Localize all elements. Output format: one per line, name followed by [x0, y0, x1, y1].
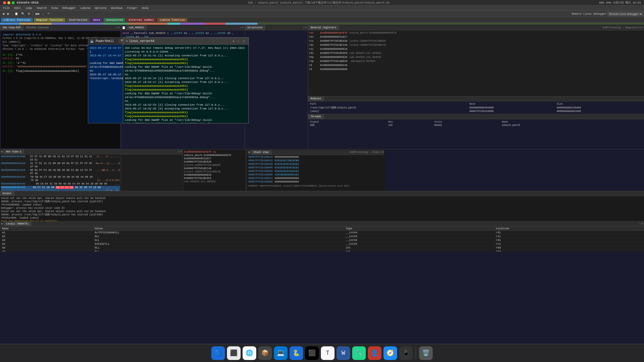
close-panel-struct[interactable]: × [305, 26, 307, 29]
dock-chrome[interactable]: 🌐 [243, 346, 256, 360]
close-panel-hex[interactable]: × [180, 150, 182, 153]
menu-file[interactable]: File [1, 6, 12, 11]
tab-ipython[interactable]: IPython Console [23, 25, 51, 30]
float-btn-reg[interactable]: □ [639, 26, 641, 29]
step-button[interactable]: ↓ [41, 12, 45, 16]
float-button[interactable]: □ [116, 26, 118, 29]
stack-addr-1: 00007FFC56180020 [248, 159, 273, 163]
menu-options[interactable]: Options [93, 6, 109, 11]
thread-row-1: 300 12C Ready ezbyte_patch [309, 124, 643, 127]
locals-tabs: ■ Locals (RERATS) □ × [0, 221, 644, 227]
local-val-a2: 0LL [93, 235, 344, 238]
tab-sub404d25[interactable]: sub_404025 [126, 25, 147, 30]
dock-app3[interactable]: 📱 [399, 346, 413, 360]
reg-row-rax: rax 0x0000000000404070 ezbyte_patch.0x00… [309, 31, 643, 35]
reg-row-rbx: rbx 0x000000000053101? [309, 35, 643, 39]
tab-hex-view[interactable]: Hex View-1 [4, 149, 24, 154]
reg-row-rsi: rsi 0x0000000000000018 [309, 48, 643, 51]
linux-body[interactable]: IDA Linux 64-bit remote debug server(ST)… [123, 45, 248, 123]
float-btn-hex[interactable]: □ [178, 150, 180, 153]
func-tab-unexplored[interactable]: Unexplored [104, 18, 125, 22]
modules-content: Path Base Size /root/tmp/ctf/国際/ezbyte_p… [308, 101, 644, 114]
func-tab-external[interactable]: External symbol [126, 18, 156, 22]
ls-close-2: 2023-05-27 18:52:53 [2] Closing connecti… [125, 103, 247, 107]
dock-vscode[interactable]: 💻 [274, 346, 288, 360]
rhv-4: 0x00007FFC561BC020 [184, 160, 245, 164]
close-panel-mid[interactable]: × [242, 26, 244, 29]
locals-icon: ■ [0, 222, 4, 225]
func-tab-instruction[interactable]: Instruction [66, 18, 90, 22]
dock-safari[interactable]: 🧭 [383, 346, 397, 360]
close-button[interactable] [3, 1, 6, 4]
forward-button[interactable]: ▶ [6, 12, 11, 16]
linux-minimize[interactable]: ─ [237, 39, 241, 43]
middle-panel-tabs: 📄 sub_404025 □ × [121, 25, 245, 30]
debugger-selector[interactable]: Remote Linux debugger Remote Linux debug… [572, 12, 643, 16]
float-btn-mid[interactable]: □ [240, 26, 242, 29]
close-panel-locals[interactable]: × [641, 222, 643, 225]
toolbar-btn-3[interactable]: ⚙ [27, 12, 32, 16]
tab-structures[interactable]: Structures [245, 25, 265, 30]
dock-word[interactable]: W [337, 346, 350, 360]
seg-2 [19, 23, 52, 25]
dock-python[interactable]: 🐍 [290, 346, 303, 360]
dock-app1[interactable]: 📦 [258, 346, 272, 360]
float-btn-struct[interactable]: □ [303, 26, 305, 29]
tab-output[interactable]: Output [0, 191, 14, 196]
seg-4 [103, 23, 129, 25]
local-type-a1: __int64 [344, 231, 494, 235]
hex-content[interactable]: 0000000000404A00 FF FF 41 0F BD C9 41 81… [0, 154, 121, 191]
maximize-button[interactable] [12, 1, 15, 4]
tab-ida-view[interactable]: IDA View-RIP [0, 25, 23, 30]
tab-stack-view[interactable]: Stack view [251, 150, 271, 155]
func-tab-library[interactable]: Library function [1, 18, 33, 22]
back-button[interactable]: ◀ [1, 12, 6, 16]
close-panel-button[interactable]: × [118, 26, 120, 29]
threads-table: Signal Hex State Name 300 12C Ready ezby… [309, 120, 643, 127]
menu-search[interactable]: Search [35, 6, 49, 11]
func-tab-data[interactable]: Data [91, 18, 102, 22]
dock-pycharm[interactable]: 🔧 [352, 346, 366, 360]
dock-app2[interactable]: 👤 [368, 346, 381, 360]
tab-locals[interactable]: Locals (RERATS) [4, 221, 32, 227]
close-panel-reg[interactable]: × [641, 26, 643, 29]
dock-terminal[interactable]: ⬛ [305, 346, 319, 360]
menu-edit[interactable]: Edit [12, 6, 23, 11]
debugger-dropdown[interactable]: Remote Linux debugger [608, 12, 643, 16]
menu-view[interactable]: View [49, 6, 60, 11]
minimize-button[interactable] [7, 1, 10, 4]
reg-bottom-panel: 0x0000000000404070 ta ezbyte_patch.0x000… [183, 149, 246, 191]
stepover-button[interactable]: ↷ [46, 12, 51, 16]
func-tab-lumina[interactable]: Lumina function [157, 18, 187, 22]
run-button[interactable]: ▶▶ [34, 12, 41, 16]
dock-trash[interactable]: 🗑️ [419, 346, 433, 360]
module-path-2: [vdso] [309, 110, 469, 113]
left-panel-tabs: IDA View-RIP IPython Console □ × [0, 25, 121, 30]
tab-general-regs[interactable]: General registers [308, 25, 339, 30]
dock-finder[interactable]: 🔵 [211, 346, 225, 360]
func-tab-regular[interactable]: Regular function [34, 18, 66, 22]
out-line-7: 7FC5614000: loaded [vdso] [1, 216, 643, 220]
toolbar-btn-2[interactable]: 🔍 [20, 12, 26, 16]
local-name-a1: a1 [0, 231, 93, 235]
linux-maximize[interactable]: □ [243, 39, 246, 43]
linux-close[interactable]: ✕ [232, 39, 235, 43]
float-btn-locals[interactable]: □ [639, 222, 641, 225]
toolbar-btn-1[interactable]: 📋 [13, 12, 19, 16]
menu-finger[interactable]: Finger [125, 6, 139, 11]
dock-launchpad[interactable]: ⬛ [227, 346, 241, 360]
toolbar: ◀ ▶ 📋 🔍 ⚙ ▶▶ ↓ ↷ Remote Linux debugger R… [0, 11, 644, 17]
close-panel-stack[interactable]: × [382, 151, 384, 154]
menu-jump[interactable]: Jump [23, 6, 34, 11]
dock-textedit[interactable]: T [321, 346, 334, 360]
segments-bar[interactable] [0, 23, 644, 25]
local-type-a2: __int64 [344, 235, 494, 238]
hex-row-4: 0000000000404A40 00 C6 D4 3C 50 00 48 89… [1, 182, 120, 186]
menu-windows[interactable]: Windows [109, 6, 125, 11]
menu-debugger[interactable]: Debugger [60, 6, 78, 11]
stack-tabs: ■ Stack view 0xBforensing - Stack □ × [247, 150, 384, 155]
tab-modules[interactable]: Modules [308, 96, 324, 101]
menu-lumina[interactable]: Lumina [78, 6, 92, 11]
menu-help[interactable]: Help [140, 6, 150, 11]
tab-threads[interactable]: Threads [308, 114, 324, 119]
